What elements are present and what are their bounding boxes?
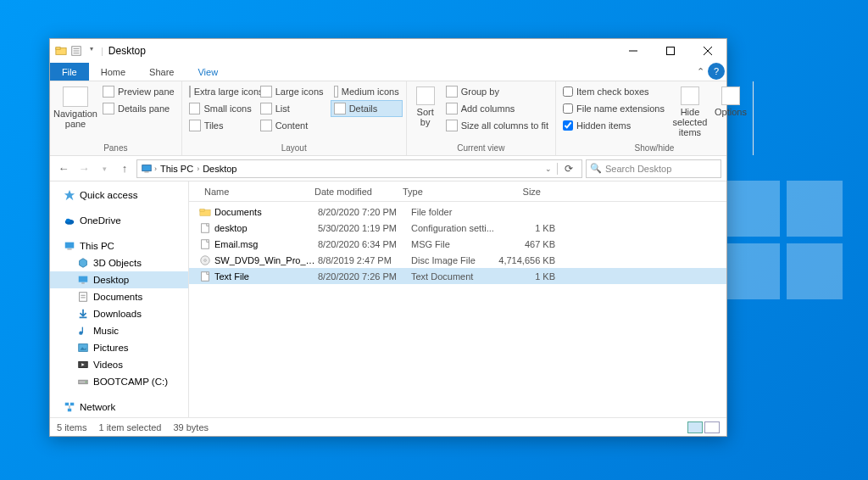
nav-pictures[interactable]: Pictures: [50, 339, 188, 356]
ribbon-group-current-view: Sort by Group by Add columns Size all co…: [407, 81, 556, 155]
address-dropdown-icon[interactable]: ⌄: [542, 165, 555, 173]
file-row[interactable]: desktop5/30/2020 1:19 PMConfiguration se…: [189, 220, 726, 236]
tab-file[interactable]: File: [50, 63, 89, 81]
tab-share[interactable]: Share: [137, 63, 186, 81]
file-type: Text Document: [411, 271, 498, 282]
hide-selected-button[interactable]: Hide selected items: [670, 83, 710, 141]
svg-rect-33: [70, 403, 74, 406]
up-button[interactable]: ↑: [116, 160, 133, 177]
nav-music[interactable]: Music: [50, 322, 188, 339]
column-name[interactable]: Name: [199, 187, 309, 197]
ribbon-group-panes: Navigation pane Preview pane Details pan…: [50, 81, 182, 155]
nav-quick-access[interactable]: Quick access: [50, 187, 188, 204]
add-columns-button[interactable]: Add columns: [442, 100, 552, 117]
file-list[interactable]: Documents8/20/2020 7:20 PMFile folderdes…: [189, 202, 726, 417]
desktop-icon: [77, 274, 89, 286]
folder-icon: [55, 45, 67, 57]
file-row[interactable]: SW_DVD9_Win_Pro_10_...8/8/2019 2:47 PMDi…: [189, 252, 726, 268]
file-icon: [199, 206, 211, 218]
nav-bootcamp-drive[interactable]: BOOTCAMP (C:): [50, 373, 188, 390]
file-size: 1 KB: [498, 271, 560, 282]
layout-group-label: Layout: [186, 143, 403, 153]
qat-customize-icon[interactable]: ▾: [86, 45, 97, 57]
minimize-button[interactable]: [615, 39, 652, 63]
size-columns-button[interactable]: Size all columns to fit: [442, 117, 552, 134]
search-box[interactable]: 🔍 Search Desktop: [586, 159, 721, 178]
window-controls: [615, 39, 726, 63]
item-check-boxes-toggle[interactable]: Item check boxes: [559, 83, 668, 100]
main-area: Quick access OneDrive This PC 3D Objects…: [50, 181, 726, 417]
nav-network[interactable]: Network: [50, 399, 188, 416]
hidden-items-toggle[interactable]: Hidden items: [559, 117, 668, 134]
file-name-extensions-toggle[interactable]: File name extensions: [559, 100, 668, 117]
navigation-pane-button[interactable]: Navigation pane: [53, 83, 97, 132]
tab-view[interactable]: View: [186, 63, 230, 81]
sort-by-icon: [416, 87, 435, 105]
maximize-button[interactable]: [652, 39, 689, 63]
group-by-icon: [446, 86, 458, 98]
nav-this-pc[interactable]: This PC: [50, 237, 188, 254]
ribbon-collapse-icon[interactable]: ⌃: [693, 63, 708, 81]
svg-rect-25: [82, 327, 83, 333]
layout-details[interactable]: Details: [331, 100, 403, 117]
layout-tiles[interactable]: Tiles: [186, 117, 255, 134]
refresh-button[interactable]: ⟳: [559, 159, 578, 178]
file-row[interactable]: Email.msg8/20/2020 6:34 PMMSG File467 KB: [189, 236, 726, 252]
music-icon: [77, 325, 89, 337]
panes-group-label: Panes: [53, 143, 178, 153]
svg-rect-38: [202, 223, 209, 232]
sort-by-label: Sort by: [412, 107, 439, 127]
layout-small-icons[interactable]: Small icons: [186, 100, 255, 117]
options-button[interactable]: Options: [712, 83, 749, 120]
current-view-group-label: Current view: [410, 143, 552, 153]
chevron-right-icon[interactable]: ›: [197, 165, 199, 173]
svg-rect-39: [202, 239, 209, 248]
nav-3d-objects[interactable]: 3D Objects: [50, 254, 188, 271]
nav-videos[interactable]: Videos: [50, 356, 188, 373]
recent-locations-button[interactable]: ▾: [96, 160, 113, 177]
nav-desktop[interactable]: Desktop: [50, 271, 188, 288]
layout-content[interactable]: Content: [257, 117, 329, 134]
nav-downloads[interactable]: Downloads: [50, 305, 188, 322]
column-date[interactable]: Date modified: [309, 187, 398, 197]
layout-medium-icons[interactable]: Medium icons: [331, 83, 403, 100]
layout-list[interactable]: List: [257, 100, 329, 117]
monitor-icon: [141, 163, 153, 175]
layout-extra-large-icons[interactable]: Extra large icons: [186, 83, 255, 100]
group-by-button[interactable]: Group by: [442, 83, 552, 100]
ribbon-body: Navigation pane Preview pane Details pan…: [50, 81, 726, 156]
breadcrumb-this-pc[interactable]: This PC: [159, 164, 195, 174]
file-type: Disc Image File: [411, 255, 498, 265]
breadcrumb[interactable]: › This PC › Desktop ⌄ ⟳: [136, 159, 582, 178]
picture-icon: [77, 342, 89, 354]
properties-icon[interactable]: [70, 45, 82, 57]
back-button[interactable]: ←: [55, 160, 72, 177]
file-icon: [199, 254, 211, 266]
file-row[interactable]: Text File8/20/2020 7:26 PMText Document1…: [189, 268, 726, 284]
details-pane-button[interactable]: Details pane: [99, 100, 178, 117]
sort-by-button[interactable]: Sort by: [410, 83, 441, 131]
help-button[interactable]: ?: [708, 63, 725, 80]
nav-onedrive[interactable]: OneDrive: [50, 212, 188, 229]
address-bar: ← → ▾ ↑ › This PC › Desktop ⌄ ⟳ 🔍 Search…: [50, 156, 726, 181]
column-type[interactable]: Type: [398, 187, 484, 197]
cloud-icon: [64, 215, 75, 226]
column-size[interactable]: Size: [484, 187, 547, 197]
chevron-right-icon[interactable]: ›: [154, 165, 157, 173]
nav-documents[interactable]: Documents: [50, 288, 188, 305]
forward-button[interactable]: →: [75, 160, 92, 177]
view-thumbnails-button[interactable]: [704, 421, 720, 433]
svg-rect-42: [202, 271, 209, 281]
preview-pane-button[interactable]: Preview pane: [99, 83, 178, 100]
breadcrumb-desktop[interactable]: Desktop: [201, 164, 238, 174]
file-type: MSG File: [411, 239, 498, 249]
monitor-icon: [64, 240, 75, 252]
document-icon: [77, 291, 89, 303]
layout-large-icons[interactable]: Large icons: [257, 83, 329, 100]
close-button[interactable]: [689, 39, 726, 63]
file-row[interactable]: Documents8/20/2020 7:20 PMFile folder: [189, 204, 726, 220]
preview-pane-icon: [103, 86, 114, 98]
view-details-button[interactable]: [687, 421, 703, 433]
tab-home[interactable]: Home: [89, 63, 137, 81]
navigation-pane: Quick access OneDrive This PC 3D Objects…: [50, 181, 189, 417]
